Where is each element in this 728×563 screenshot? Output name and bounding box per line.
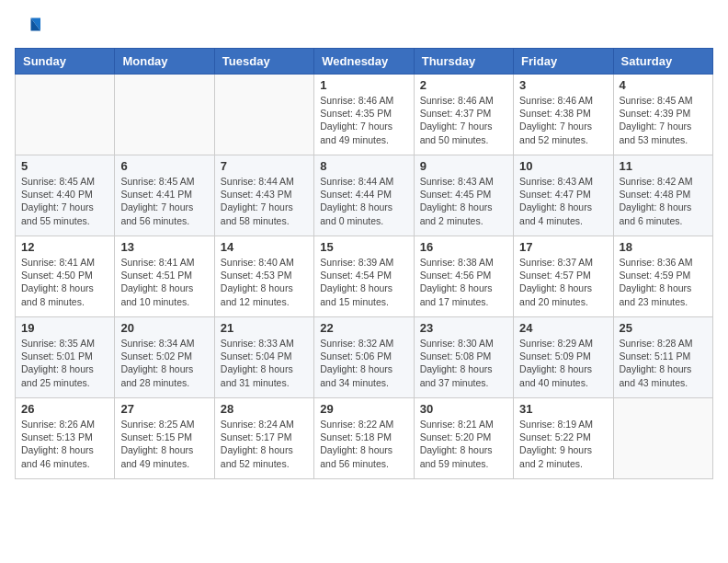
day-info: Sunrise: 8:34 AM Sunset: 5:02 PM Dayligh… bbox=[120, 337, 208, 389]
calendar-cell: 4Sunrise: 8:45 AM Sunset: 4:39 PM Daylig… bbox=[613, 75, 712, 155]
calendar-cell: 18Sunrise: 8:36 AM Sunset: 4:59 PM Dayli… bbox=[613, 236, 712, 317]
calendar-cell: 11Sunrise: 8:42 AM Sunset: 4:48 PM Dayli… bbox=[613, 155, 712, 236]
day-info: Sunrise: 8:44 AM Sunset: 4:44 PM Dayligh… bbox=[320, 175, 407, 227]
day-info: Sunrise: 8:43 AM Sunset: 4:45 PM Dayligh… bbox=[420, 175, 507, 227]
day-number: 23 bbox=[420, 321, 507, 335]
calendar-cell: 8Sunrise: 8:44 AM Sunset: 4:44 PM Daylig… bbox=[314, 155, 414, 236]
calendar-cell: 19Sunrise: 8:35 AM Sunset: 5:01 PM Dayli… bbox=[16, 317, 115, 398]
weekday-header-thursday: Thursday bbox=[414, 49, 513, 75]
day-info: Sunrise: 8:45 AM Sunset: 4:39 PM Dayligh… bbox=[620, 94, 707, 146]
calendar-cell: 9Sunrise: 8:43 AM Sunset: 4:45 PM Daylig… bbox=[414, 155, 513, 236]
day-number: 12 bbox=[21, 240, 108, 254]
day-number: 13 bbox=[120, 240, 208, 254]
calendar-cell: 3Sunrise: 8:46 AM Sunset: 4:38 PM Daylig… bbox=[514, 75, 613, 155]
logo bbox=[15, 15, 44, 40]
day-number: 5 bbox=[21, 159, 108, 173]
day-info: Sunrise: 8:46 AM Sunset: 4:38 PM Dayligh… bbox=[519, 94, 607, 146]
day-info: Sunrise: 8:22 AM Sunset: 5:18 PM Dayligh… bbox=[320, 418, 407, 470]
calendar-cell: 29Sunrise: 8:22 AM Sunset: 5:18 PM Dayli… bbox=[314, 398, 414, 479]
day-number: 10 bbox=[519, 159, 607, 173]
day-info: Sunrise: 8:25 AM Sunset: 5:15 PM Dayligh… bbox=[120, 418, 208, 470]
calendar-cell: 21Sunrise: 8:33 AM Sunset: 5:04 PM Dayli… bbox=[214, 317, 313, 398]
day-number: 15 bbox=[320, 240, 407, 254]
day-info: Sunrise: 8:40 AM Sunset: 4:53 PM Dayligh… bbox=[221, 256, 308, 308]
day-info: Sunrise: 8:29 AM Sunset: 5:09 PM Dayligh… bbox=[519, 337, 607, 389]
day-info: Sunrise: 8:41 AM Sunset: 4:51 PM Dayligh… bbox=[120, 256, 208, 308]
day-info: Sunrise: 8:32 AM Sunset: 5:06 PM Dayligh… bbox=[320, 337, 407, 389]
weekday-header-sunday: Sunday bbox=[16, 49, 115, 75]
calendar-cell: 31Sunrise: 8:19 AM Sunset: 5:22 PM Dayli… bbox=[514, 398, 613, 479]
calendar-week-row: 26Sunrise: 8:26 AM Sunset: 5:13 PM Dayli… bbox=[16, 398, 713, 479]
day-number: 4 bbox=[620, 78, 707, 92]
weekday-header-wednesday: Wednesday bbox=[314, 49, 414, 75]
calendar-cell: 6Sunrise: 8:45 AM Sunset: 4:41 PM Daylig… bbox=[115, 155, 214, 236]
calendar-cell: 13Sunrise: 8:41 AM Sunset: 4:51 PM Dayli… bbox=[115, 236, 214, 317]
day-number: 6 bbox=[120, 159, 208, 173]
day-number: 9 bbox=[420, 159, 507, 173]
day-number: 14 bbox=[221, 240, 308, 254]
day-number: 19 bbox=[21, 321, 108, 335]
calendar-cell: 24Sunrise: 8:29 AM Sunset: 5:09 PM Dayli… bbox=[514, 317, 613, 398]
day-info: Sunrise: 8:39 AM Sunset: 4:54 PM Dayligh… bbox=[320, 256, 407, 308]
calendar-cell: 14Sunrise: 8:40 AM Sunset: 4:53 PM Dayli… bbox=[214, 236, 313, 317]
day-info: Sunrise: 8:35 AM Sunset: 5:01 PM Dayligh… bbox=[21, 337, 108, 389]
day-number: 31 bbox=[519, 402, 607, 416]
calendar-cell: 15Sunrise: 8:39 AM Sunset: 4:54 PM Dayli… bbox=[314, 236, 414, 317]
calendar-cell: 25Sunrise: 8:28 AM Sunset: 5:11 PM Dayli… bbox=[613, 317, 712, 398]
calendar-week-row: 1Sunrise: 8:46 AM Sunset: 4:35 PM Daylig… bbox=[16, 75, 713, 155]
weekday-header-row: SundayMondayTuesdayWednesdayThursdayFrid… bbox=[16, 49, 713, 75]
calendar-cell: 10Sunrise: 8:43 AM Sunset: 4:47 PM Dayli… bbox=[514, 155, 613, 236]
day-info: Sunrise: 8:46 AM Sunset: 4:37 PM Dayligh… bbox=[420, 94, 507, 146]
weekday-header-saturday: Saturday bbox=[613, 49, 712, 75]
day-number: 20 bbox=[120, 321, 208, 335]
day-number: 22 bbox=[320, 321, 407, 335]
day-info: Sunrise: 8:42 AM Sunset: 4:48 PM Dayligh… bbox=[620, 175, 707, 227]
calendar-cell bbox=[16, 75, 115, 155]
calendar-cell: 23Sunrise: 8:30 AM Sunset: 5:08 PM Dayli… bbox=[414, 317, 513, 398]
logo-icon bbox=[15, 15, 40, 40]
day-number: 29 bbox=[320, 402, 407, 416]
day-info: Sunrise: 8:45 AM Sunset: 4:40 PM Dayligh… bbox=[21, 175, 108, 227]
weekday-header-friday: Friday bbox=[514, 49, 613, 75]
day-info: Sunrise: 8:30 AM Sunset: 5:08 PM Dayligh… bbox=[420, 337, 507, 389]
day-info: Sunrise: 8:37 AM Sunset: 4:57 PM Dayligh… bbox=[519, 256, 607, 308]
day-info: Sunrise: 8:21 AM Sunset: 5:20 PM Dayligh… bbox=[420, 418, 507, 470]
day-info: Sunrise: 8:26 AM Sunset: 5:13 PM Dayligh… bbox=[21, 418, 108, 470]
page-header bbox=[15, 15, 713, 40]
day-number: 18 bbox=[620, 240, 707, 254]
day-info: Sunrise: 8:43 AM Sunset: 4:47 PM Dayligh… bbox=[519, 175, 607, 227]
day-number: 21 bbox=[221, 321, 308, 335]
day-info: Sunrise: 8:44 AM Sunset: 4:43 PM Dayligh… bbox=[221, 175, 308, 227]
calendar-table: SundayMondayTuesdayWednesdayThursdayFrid… bbox=[15, 48, 713, 479]
calendar-cell: 17Sunrise: 8:37 AM Sunset: 4:57 PM Dayli… bbox=[514, 236, 613, 317]
calendar-cell: 12Sunrise: 8:41 AM Sunset: 4:50 PM Dayli… bbox=[16, 236, 115, 317]
calendar-cell: 28Sunrise: 8:24 AM Sunset: 5:17 PM Dayli… bbox=[214, 398, 313, 479]
calendar-cell: 16Sunrise: 8:38 AM Sunset: 4:56 PM Dayli… bbox=[414, 236, 513, 317]
day-number: 11 bbox=[620, 159, 707, 173]
calendar-cell: 27Sunrise: 8:25 AM Sunset: 5:15 PM Dayli… bbox=[115, 398, 214, 479]
calendar-cell: 7Sunrise: 8:44 AM Sunset: 4:43 PM Daylig… bbox=[214, 155, 313, 236]
day-info: Sunrise: 8:28 AM Sunset: 5:11 PM Dayligh… bbox=[620, 337, 707, 389]
day-number: 7 bbox=[221, 159, 308, 173]
day-info: Sunrise: 8:36 AM Sunset: 4:59 PM Dayligh… bbox=[620, 256, 707, 308]
day-info: Sunrise: 8:24 AM Sunset: 5:17 PM Dayligh… bbox=[221, 418, 308, 470]
day-number: 25 bbox=[620, 321, 707, 335]
day-number: 17 bbox=[519, 240, 607, 254]
weekday-header-monday: Monday bbox=[115, 49, 214, 75]
day-number: 30 bbox=[420, 402, 507, 416]
day-info: Sunrise: 8:46 AM Sunset: 4:35 PM Dayligh… bbox=[320, 94, 407, 146]
calendar-cell: 30Sunrise: 8:21 AM Sunset: 5:20 PM Dayli… bbox=[414, 398, 513, 479]
day-info: Sunrise: 8:45 AM Sunset: 4:41 PM Dayligh… bbox=[120, 175, 208, 227]
calendar-cell: 5Sunrise: 8:45 AM Sunset: 4:40 PM Daylig… bbox=[16, 155, 115, 236]
day-number: 24 bbox=[519, 321, 607, 335]
weekday-header-tuesday: Tuesday bbox=[214, 49, 313, 75]
day-number: 26 bbox=[21, 402, 108, 416]
day-number: 3 bbox=[519, 78, 607, 92]
day-number: 8 bbox=[320, 159, 407, 173]
day-info: Sunrise: 8:19 AM Sunset: 5:22 PM Dayligh… bbox=[519, 418, 607, 470]
day-info: Sunrise: 8:33 AM Sunset: 5:04 PM Dayligh… bbox=[221, 337, 308, 389]
calendar-cell bbox=[115, 75, 214, 155]
day-number: 1 bbox=[320, 78, 407, 92]
calendar-cell: 26Sunrise: 8:26 AM Sunset: 5:13 PM Dayli… bbox=[16, 398, 115, 479]
day-info: Sunrise: 8:38 AM Sunset: 4:56 PM Dayligh… bbox=[420, 256, 507, 308]
